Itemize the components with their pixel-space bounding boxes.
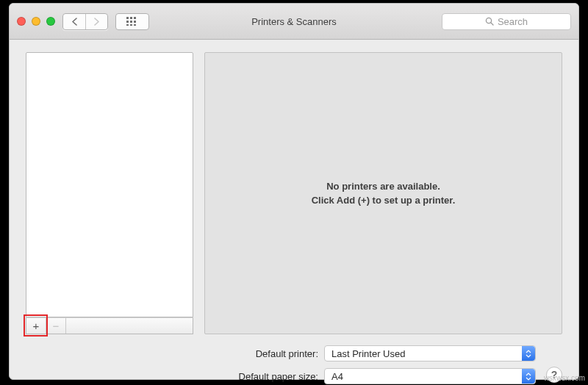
traffic-lights bbox=[17, 17, 55, 26]
list-footer: + − bbox=[26, 317, 193, 334]
default-printer-select[interactable]: Last Printer Used bbox=[324, 345, 536, 361]
forward-button[interactable] bbox=[85, 14, 107, 29]
search-field[interactable]: Search bbox=[442, 13, 571, 30]
search-icon bbox=[485, 17, 494, 26]
chevron-left-icon bbox=[71, 18, 78, 26]
svg-line-10 bbox=[491, 23, 493, 25]
svg-rect-7 bbox=[130, 24, 132, 26]
printers-list[interactable] bbox=[26, 52, 193, 317]
titlebar: Printers & Scanners Search bbox=[10, 4, 578, 40]
svg-rect-5 bbox=[134, 21, 136, 23]
minimize-window-button[interactable] bbox=[32, 17, 40, 26]
default-paper-value: A4 bbox=[331, 371, 343, 382]
svg-rect-0 bbox=[126, 17, 129, 19]
preferences-window: Printers & Scanners Search + − No printe… bbox=[9, 3, 579, 380]
empty-state-line1: No printers are available. bbox=[326, 179, 440, 194]
svg-point-9 bbox=[486, 18, 491, 23]
default-paper-select[interactable]: A4 bbox=[324, 368, 536, 384]
default-paper-row: Default paper size: A4 bbox=[204, 368, 562, 384]
svg-rect-4 bbox=[130, 21, 132, 23]
search-placeholder: Search bbox=[498, 16, 528, 27]
close-window-button[interactable] bbox=[17, 17, 26, 26]
back-button[interactable] bbox=[63, 14, 85, 29]
remove-printer-button: − bbox=[46, 318, 66, 334]
svg-rect-2 bbox=[134, 17, 136, 19]
select-stepper-icon bbox=[522, 346, 535, 361]
empty-state-line2: Click Add (+) to set up a printer. bbox=[312, 193, 456, 208]
svg-rect-6 bbox=[126, 24, 129, 26]
default-paper-label: Default paper size: bbox=[204, 371, 324, 382]
default-printer-value: Last Printer Used bbox=[331, 348, 405, 359]
zoom-window-button[interactable] bbox=[46, 17, 55, 26]
printer-detail-panel: No printers are available. Click Add (+)… bbox=[204, 52, 562, 334]
nav-back-forward bbox=[62, 13, 108, 30]
svg-rect-8 bbox=[134, 24, 136, 26]
add-printer-button[interactable]: + bbox=[26, 318, 46, 334]
content-area: + − No printers are available. Click Add… bbox=[10, 40, 578, 379]
show-all-button[interactable] bbox=[115, 13, 149, 30]
grid-icon bbox=[126, 17, 138, 26]
chevron-right-icon bbox=[93, 18, 100, 26]
select-stepper-icon bbox=[522, 369, 535, 384]
default-printer-label: Default printer: bbox=[204, 348, 324, 359]
svg-rect-1 bbox=[130, 17, 132, 19]
watermark: wsxwsx.com bbox=[544, 374, 585, 382]
svg-rect-3 bbox=[126, 21, 129, 23]
default-printer-row: Default printer: Last Printer Used bbox=[204, 345, 562, 361]
